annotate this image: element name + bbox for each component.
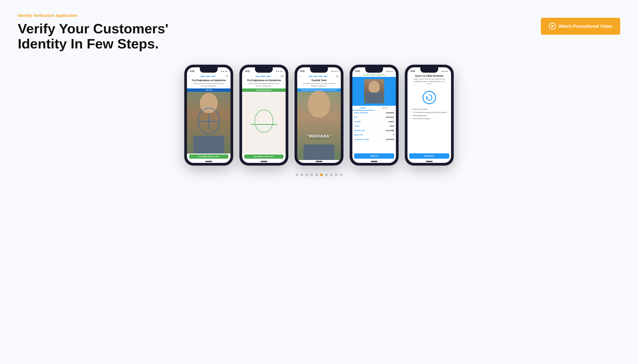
prog3: [211, 76, 215, 77]
dot-2[interactable]: [301, 174, 303, 176]
phone-2-score: EŞLEŞME SKORU: 98%: [244, 154, 283, 159]
merhaba-text: "MERHABA": [307, 134, 331, 139]
phones-row: 9:41 ▲▲ ● ● ‹ 5/6 Yüz Doğrulama ve Eşleş…: [18, 65, 620, 166]
phone-3-progress: [309, 76, 327, 77]
phone-2-banner: EŞLEŞME BAŞARILI: [242, 88, 286, 92]
info-row-5: BELGE TİPİ P: [354, 133, 394, 137]
phone-2-wrapper: 9:41 ▲▲ ● ● ‹ 5/6 Yüz Doğrulama ve Eşleş…: [239, 65, 288, 166]
carousel-dots: [296, 174, 342, 176]
phone-5-home-indicator: [407, 160, 451, 163]
phone-5-status-icons: ▲▲ ● ●: [441, 70, 448, 72]
phone-1-score: EŞLEŞME SKORU: 98%: [189, 154, 228, 159]
prog1: [200, 76, 205, 77]
check-item-0: ✓ Ortamdaki ışık yeterli.: [410, 108, 448, 110]
phone-1-screen: 9:41 ▲▲ ● ● ‹ 5/6 Yüz Doğrulama ve Eşleş…: [187, 67, 231, 163]
face-circle-blue: [198, 108, 220, 134]
dot-9[interactable]: [335, 174, 337, 176]
phone-5: 9:41 ▲▲ ● ● Çevre ve Cihaz Kontrolü Müşt…: [405, 65, 454, 166]
refresh-icon: [423, 91, 436, 104]
phone-4-success-header: [352, 77, 396, 106]
phone-4-status-icons: ▲▲ ● ●: [386, 70, 393, 72]
dot-3[interactable]: [305, 174, 308, 176]
phone-1-status-icons: ▲▲ ● ●: [221, 70, 227, 72]
phone-2-home-indicator: [242, 160, 286, 163]
phone-1: 9:41 ▲▲ ● ● ‹ 5/6 Yüz Doğrulama ve Eşleş…: [184, 65, 233, 166]
phone-3-status-icons: ▲▲ ● ●: [331, 70, 338, 72]
phone-3-notch: [310, 67, 328, 73]
prog2: [206, 76, 210, 77]
phone-1-back[interactable]: ‹: [189, 74, 190, 78]
body-silhouette-1: [193, 136, 224, 154]
phone-4-photo: [364, 79, 384, 104]
phone-3-title: Canlılık Testi: [297, 79, 341, 82]
face-circle-green: [255, 109, 273, 133]
play-icon: [549, 23, 556, 30]
phone-1-progress: [200, 76, 215, 77]
phone-4-screen: 9:41 ▲▲ ● ● DOĞRULAMA: BAŞARILI GENEL DE…: [352, 67, 396, 163]
phone-3-back[interactable]: ‹: [299, 74, 301, 78]
header-section: Identity Verification Application Verify…: [18, 13, 620, 51]
crosshair-v: [209, 114, 209, 129]
check-item-1: ✓ Ön ve arka kamera yeterli çözünürlük i…: [410, 111, 448, 113]
phone-2-notch: [255, 67, 273, 73]
info-row-0: KİMLİK NUMARASI 100000000: [354, 111, 394, 115]
phone-4-info-table: KİMLİK NUMARASI 100000000 İSİM MUSTAFA S…: [352, 111, 396, 152]
page-subtitle: Identity Verification Application: [18, 13, 168, 18]
info-row-6: GEÇERLİLİK TARİHİ 10/10/2023: [354, 137, 394, 142]
phone-4-tabs: GENEL DETAY: [352, 106, 396, 111]
dot-10[interactable]: [340, 174, 342, 176]
phone-4-wrapper: 9:41 ▲▲ ● ● DOĞRULAMA: BAŞARILI GENEL DE…: [350, 65, 399, 166]
phone-3-screen: 9:41 ▲▲ ● ● ‹ 6/6 Canlılık Testi Canlılı…: [297, 67, 341, 163]
phone-5-title: Çevre ve Cihaz Kontrolü: [410, 74, 449, 78]
continue-button[interactable]: DEVAM ET: [409, 153, 449, 159]
dot-1[interactable]: [296, 174, 298, 176]
body-silhouette-3: [303, 144, 335, 160]
info-row-4: DOĞUM GÜNÜ 15/10/1989: [354, 128, 394, 133]
phone-2-progress: [255, 76, 271, 77]
phone-5-header: Çevre ve Cihaz Kontrolü Müşteri edinim s…: [407, 74, 451, 87]
info-row-2: SOYİSİM YILMAZ: [354, 120, 394, 124]
phone-1-subtitle: Lütfen yüzünüzü aşağıda belirlenen alanı…: [187, 82, 231, 88]
tab-detay[interactable]: DETAY: [374, 106, 396, 110]
check-list: ✓ Ortamdaki ışık yeterli. ✓ Ön ve arka k…: [410, 108, 448, 120]
dot-6[interactable]: [320, 174, 323, 176]
phone-1-photo: [187, 88, 231, 154]
phone-5-wrapper: 9:41 ▲▲ ● ● Çevre ve Cihaz Kontrolü Müşt…: [405, 65, 454, 166]
phone-5-subtitle: Müşteri edinim sürecinin gerçekleşmesi i…: [410, 78, 449, 86]
phone-1-notch: [200, 67, 218, 73]
dot-4[interactable]: [310, 174, 313, 176]
phone-3-nav: ‹ 6/6: [297, 74, 341, 79]
phone-2-title: Yüz Doğrulama ve Eşleştirme: [242, 79, 286, 82]
phone-1-home-indicator: [187, 160, 231, 163]
phone-4-home-indicator: [352, 160, 396, 163]
phone-2-back[interactable]: ‹: [244, 74, 245, 78]
tab-genel[interactable]: GENEL: [352, 106, 374, 110]
face-line-green: [251, 124, 277, 125]
phone-2: 9:41 ▲▲ ● ● ‹ 5/6 Yüz Doğrulama ve Eşleş…: [239, 65, 288, 166]
phone-5-content: ✓ Ortamdaki ışık yeterli. ✓ Ön ve arka k…: [407, 87, 451, 153]
phone-3-photo: "MERHABA": [297, 88, 341, 160]
phone-4-notch: [365, 67, 383, 73]
success-label: DOĞRULAMA: BAŞARILI: [352, 74, 396, 77]
dot-5[interactable]: [315, 174, 318, 176]
face-silhouette-3: [308, 91, 330, 117]
phone-1-nav: ‹ 5/6: [187, 74, 231, 79]
phone-2-screen: 9:41 ▲▲ ● ● ‹ 5/6 Yüz Doğrulama ve Eşleş…: [242, 67, 286, 163]
phone-3-camera: EKRANDAKI KELİMELERİ YÜKSEK SES İLE OKUY…: [297, 88, 341, 160]
phone-2-nav: ‹ 5/6: [242, 74, 286, 79]
watch-promotional-video-button[interactable]: Watch Promotional Video: [541, 18, 620, 35]
phone-3-home-indicator: [297, 160, 341, 163]
phone-2-subtitle: Lütfen yüzünüzü aşağıda belirlenen alanı…: [242, 82, 286, 88]
phone-1-title: Yüz Doğrulama ve Eşleştirme: [187, 79, 231, 82]
approve-button[interactable]: ONAYLA: [354, 153, 394, 159]
title-area: Identity Verification Application Verify…: [18, 13, 168, 51]
phone-4: 9:41 ▲▲ ● ● DOĞRULAMA: BAŞARILI GENEL DE…: [350, 65, 399, 166]
phone-3-subtitle: Canlılığınızı kanıtlamak için lütfen ekr…: [297, 82, 341, 88]
dot-8[interactable]: [330, 174, 333, 176]
phone-5-notch: [420, 67, 438, 73]
phone-1-bottom: EŞLEŞME SKORU: 98%: [187, 154, 231, 160]
dot-7[interactable]: [325, 174, 328, 176]
phone-2-status-icons: ▲▲ ● ●: [276, 70, 283, 72]
phone-3-wrapper: 9:41 ▲▲ ● ● ‹ 6/6 Canlılık Testi Canlılı…: [295, 65, 343, 166]
refresh-svg: [425, 94, 433, 102]
